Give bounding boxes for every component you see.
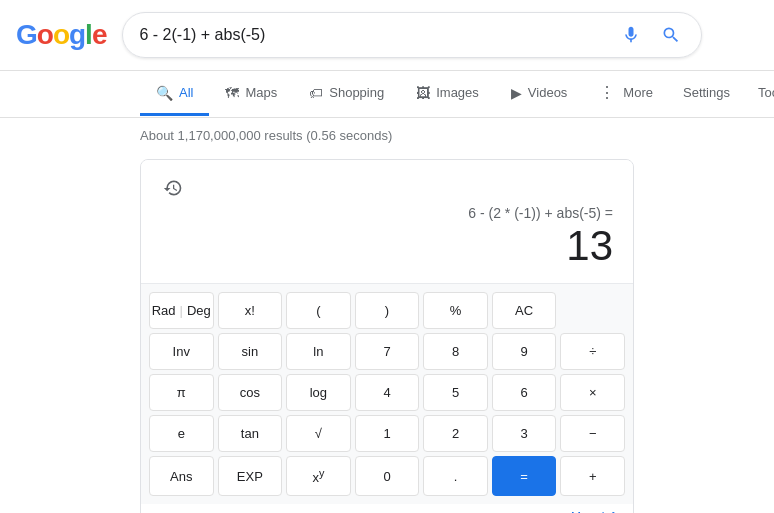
ans-button[interactable]: Ans [149,456,214,496]
calc-row-2: Inv sin ln 7 8 9 ÷ [149,333,625,370]
one-button[interactable]: 1 [355,415,420,452]
nine-button[interactable]: 9 [492,333,557,370]
nav-tabs: 🔍 All 🗺 Maps 🏷 Shopping 🖼 Images ▶ Video… [0,71,774,118]
sin-button[interactable]: sin [218,333,283,370]
calc-expression: 6 - (2 * (-1)) + abs(-5) = [161,205,613,221]
five-button[interactable]: 5 [423,374,488,411]
ac-button[interactable]: AC [492,292,557,329]
four-button[interactable]: 4 [355,374,420,411]
tan-button[interactable]: tan [218,415,283,452]
divide-button[interactable]: ÷ [560,333,625,370]
tab-shopping[interactable]: 🏷 Shopping [293,73,400,116]
search-icons [617,21,685,49]
tab-more-label: More [623,85,653,100]
tab-maps[interactable]: 🗺 Maps [209,73,293,116]
all-icon: 🔍 [156,85,173,101]
calc-row-3: π cos log 4 5 6 × [149,374,625,411]
e-button[interactable]: e [149,415,214,452]
rad-deg-toggle[interactable]: Rad | Deg [149,292,214,329]
tab-images[interactable]: 🖼 Images [400,73,495,116]
calc-result: 13 [161,225,613,275]
google-logo: Google [16,19,106,51]
multiply-button[interactable]: × [560,374,625,411]
images-icon: 🖼 [416,85,430,101]
microphone-button[interactable] [617,21,645,49]
calc-row-4: e tan √ 1 2 3 − [149,415,625,452]
ln-button[interactable]: ln [286,333,351,370]
power-button[interactable]: xy [286,456,351,496]
tab-images-label: Images [436,85,479,100]
deg-label: Deg [187,303,211,318]
three-button[interactable]: 3 [492,415,557,452]
six-button[interactable]: 6 [492,374,557,411]
rad-deg-divider: | [180,303,183,318]
open-paren-button[interactable]: ( [286,292,351,329]
header: Google 6 - 2(-1) + abs(-5) [0,0,774,71]
inv-button[interactable]: Inv [149,333,214,370]
videos-icon: ▶ [511,85,522,101]
exp-button[interactable]: EXP [218,456,283,496]
tab-videos[interactable]: ▶ Videos [495,73,584,116]
nav-right: Settings Tools [669,73,774,115]
eight-button[interactable]: 8 [423,333,488,370]
seven-button[interactable]: 7 [355,333,420,370]
equals-button[interactable]: = [492,456,557,496]
tab-videos-label: Videos [528,85,568,100]
tab-all-label: All [179,85,193,100]
tools-link[interactable]: Tools [744,73,774,115]
search-input[interactable]: 6 - 2(-1) + abs(-5) [139,26,609,44]
cos-button[interactable]: cos [218,374,283,411]
search-bar: 6 - 2(-1) + abs(-5) [122,12,702,58]
close-paren-button[interactable]: ) [355,292,420,329]
calc-display: 6 - (2 * (-1)) + abs(-5) = 13 [141,160,633,284]
two-button[interactable]: 2 [423,415,488,452]
add-button[interactable]: + [560,456,625,496]
rad-label: Rad [152,303,176,318]
tab-maps-label: Maps [245,85,277,100]
factorial-button[interactable]: x! [218,292,283,329]
tab-all[interactable]: 🔍 All [140,73,209,116]
more-dots-icon: ⋮ [599,83,617,102]
sqrt-button[interactable]: √ [286,415,351,452]
calc-buttons: Rad | Deg x! ( ) % AC Inv sin ln 7 8 9 ÷… [141,284,633,504]
tab-shopping-label: Shopping [329,85,384,100]
history-button[interactable] [161,176,185,205]
results-info: About 1,170,000,000 results (0.56 second… [0,118,774,151]
subtract-button[interactable]: − [560,415,625,452]
search-button[interactable] [657,21,685,49]
percent-button[interactable]: % [423,292,488,329]
more-info-bar: More info [141,504,633,513]
settings-link[interactable]: Settings [669,73,744,115]
calculator-card: 6 - (2 * (-1)) + abs(-5) = 13 Rad | Deg … [140,159,634,513]
maps-icon: 🗺 [225,85,239,101]
pi-button[interactable]: π [149,374,214,411]
zero-button[interactable]: 0 [355,456,420,496]
results-count: About 1,170,000,000 results (0.56 second… [140,128,392,143]
decimal-button[interactable]: . [423,456,488,496]
calc-row-5: Ans EXP xy 0 . = + [149,456,625,496]
shopping-icon: 🏷 [309,85,323,101]
tab-more[interactable]: ⋮ More [583,71,669,117]
calc-row-1: Rad | Deg x! ( ) % AC [149,292,625,329]
log-button[interactable]: log [286,374,351,411]
